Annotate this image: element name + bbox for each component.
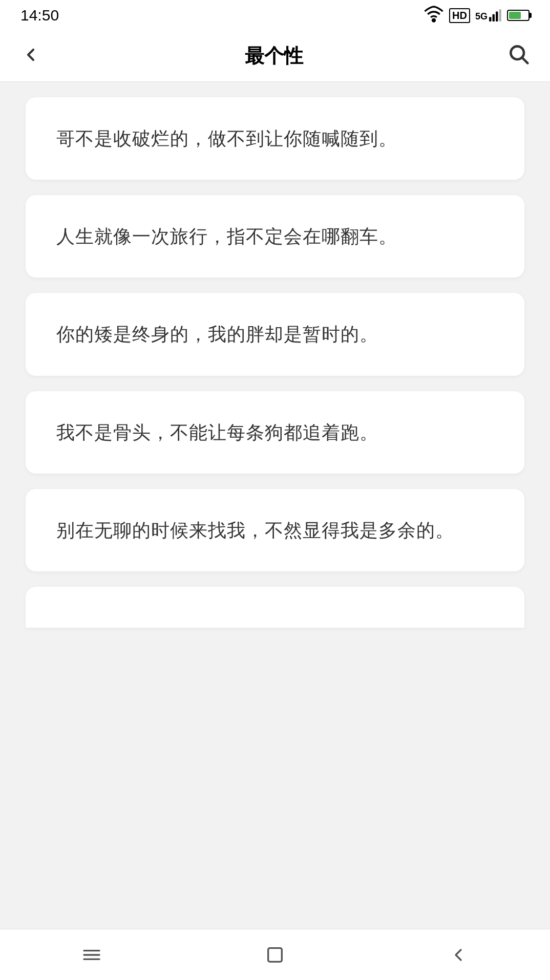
status-time: 14:50 [20,7,59,24]
quote-card-4[interactable]: 我不是骨头，不能让每条狗都追着跑。 [26,391,524,474]
battery-icon [507,10,530,21]
quote-text-1: 哥不是收破烂的，做不到让你随喊随到。 [56,123,494,154]
bottom-nav [0,929,550,980]
search-button[interactable] [507,42,530,70]
quote-text-4: 我不是骨头，不能让每条狗都追着跑。 [56,417,494,448]
quote-card-5[interactable]: 别在无聊的时候来找我，不然显得我是多余的。 [26,489,524,571]
svg-point-0 [433,19,435,22]
quote-text-2: 人生就像一次旅行，指不定会在哪翻车。 [56,221,494,252]
hd-icon: HD [449,8,470,23]
svg-line-6 [522,58,527,63]
back-button[interactable] [20,45,41,68]
svg-rect-10 [268,948,282,962]
nav-bar: 最个性 [0,31,550,82]
quote-text-3: 你的矮是终身的，我的胖却是暂时的。 [56,318,494,350]
svg-rect-3 [496,11,498,21]
quote-card-1[interactable]: 哥不是收破烂的，做不到让你随喊随到。 [26,97,524,180]
page-title: 最个性 [245,43,303,69]
quote-card-3[interactable]: 你的矮是终身的，我的胖却是暂时的。 [26,293,524,375]
home-icon [265,945,285,965]
status-icons: HD 5G [424,4,530,27]
back-nav-button[interactable] [438,940,479,970]
quote-text-5: 别在无聊的时候来找我，不然显得我是多余的。 [56,515,494,546]
menu-icon [81,945,102,965]
svg-rect-4 [499,9,501,22]
menu-button[interactable] [71,940,112,970]
svg-rect-1 [489,17,491,22]
quote-card-partial[interactable] [26,587,524,628]
quote-card-2[interactable]: 人生就像一次旅行，指不定会在哪翻车。 [26,195,524,278]
wifi-icon [424,4,444,27]
status-bar: 14:50 HD 5G [0,0,550,31]
content-area: 哥不是收破烂的，做不到让你随喊随到。 人生就像一次旅行，指不定会在哪翻车。 你的… [0,82,550,929]
signal-icon: 5G [475,9,502,22]
svg-rect-2 [493,14,495,22]
home-button[interactable] [255,940,295,970]
back-triangle-icon [448,945,469,965]
